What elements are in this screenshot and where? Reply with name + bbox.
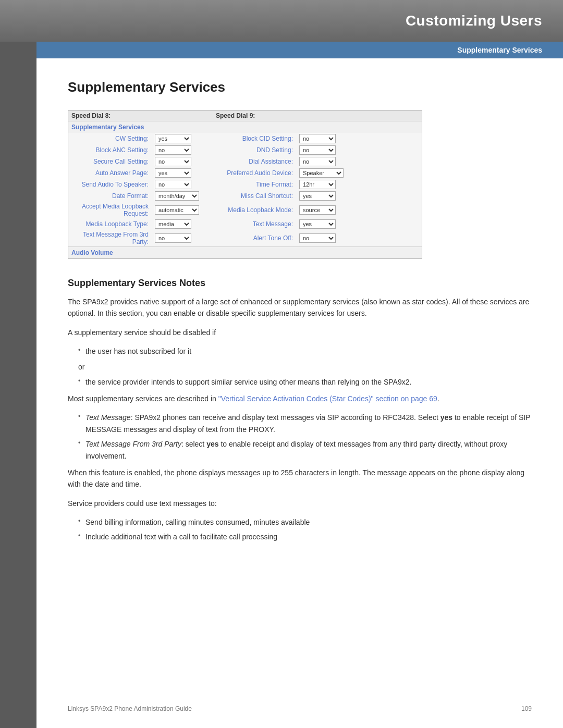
dnd-setting-select[interactable]: noyes bbox=[299, 145, 336, 155]
section-notes-title: Supplementary Services Notes bbox=[68, 278, 532, 289]
auto-answer-label: Auto Answer Page: bbox=[68, 167, 152, 179]
miss-call-label: Miss Call Shortcut: bbox=[213, 190, 296, 202]
alert-tone-select[interactable]: noyes bbox=[299, 233, 336, 243]
text-message-3rd-select[interactable]: noyes bbox=[155, 233, 191, 243]
text-message-italic: Text Message bbox=[85, 413, 131, 422]
settings-table: Speed Dial 8: Speed Dial 9: Supplementar… bbox=[68, 110, 422, 258]
notes-para3: Most supplementary services are describe… bbox=[68, 393, 532, 404]
preferred-audio-select[interactable]: SpeakerHeadset bbox=[299, 168, 344, 178]
bullet4-text: : select bbox=[181, 440, 206, 448]
notes-para4: When this feature is enabled, the phone … bbox=[68, 467, 532, 490]
cw-setting-select[interactable]: yesno bbox=[155, 134, 191, 143]
sidebar-strip bbox=[0, 0, 36, 728]
media-loopback-mode-label: Media Loopback Mode: bbox=[213, 202, 296, 218]
media-loopback-type-label: Media Loopback Type: bbox=[68, 218, 152, 230]
bullet-list-3: Text Message: SPA9x2 phones can receive … bbox=[78, 412, 532, 462]
send-audio-select[interactable]: noyes bbox=[155, 180, 191, 189]
time-format-label: Time Format: bbox=[213, 179, 296, 190]
secure-call-label: Secure Call Setting: bbox=[68, 156, 152, 167]
secure-call-select[interactable]: noyes bbox=[155, 157, 191, 166]
header-subtitle: Supplementary Services bbox=[457, 46, 542, 54]
bullet-item-6: Include additional text with a call to f… bbox=[78, 531, 532, 542]
supplementary-services-header-row: Supplementary Services bbox=[68, 121, 422, 133]
block-anc-label: Block ANC Setting: bbox=[68, 144, 152, 156]
table-row: Date Format: month/dayday/month Miss Cal… bbox=[68, 190, 422, 202]
header-subtitle-bar: Supplementary Services bbox=[0, 42, 563, 58]
accept-media-label: Accept Media Loopback Request: bbox=[68, 202, 152, 218]
auto-answer-select[interactable]: yesno bbox=[155, 168, 191, 178]
main-content: Supplementary Services Speed Dial 8: Spe… bbox=[36, 58, 563, 579]
table-row: Media Loopback Type: mediapacket Text Me… bbox=[68, 218, 422, 230]
bullet-item-4: Text Message From 3rd Party: select yes … bbox=[78, 438, 532, 462]
footer-left: Linksys SPA9x2 Phone Administration Guid… bbox=[68, 705, 192, 712]
table-row: Secure Call Setting: noyes Dial Assistan… bbox=[68, 156, 422, 167]
table-row: Block ANC Setting: noyes DND Setting: no… bbox=[68, 144, 422, 156]
notes-para1: The SPA9x2 provides native support of a … bbox=[68, 296, 532, 319]
or-text: or bbox=[78, 363, 532, 371]
preferred-audio-label: Preferred Audio Device: bbox=[213, 167, 296, 179]
audio-volume-label: Audio Volume bbox=[68, 247, 422, 259]
date-format-label: Date Format: bbox=[68, 190, 152, 202]
dnd-setting-label: DND Setting: bbox=[213, 144, 296, 156]
bullet-list-1: the user has not subscribed for it bbox=[78, 346, 532, 357]
accept-media-select[interactable]: automaticmanual bbox=[155, 205, 199, 215]
speed-dial-9-label: Speed Dial 9: bbox=[213, 110, 347, 121]
dial-assistance-label: Dial Assistance: bbox=[213, 156, 296, 167]
media-loopback-type-select[interactable]: mediapacket bbox=[155, 219, 191, 229]
bullet-item-1: the user has not subscribed for it bbox=[78, 346, 532, 357]
ui-table-container: Speed Dial 8: Speed Dial 9: Supplementar… bbox=[68, 110, 422, 259]
date-format-select[interactable]: month/dayday/month bbox=[155, 191, 199, 201]
notes-section: Supplementary Services Notes The SPA9x2 … bbox=[68, 278, 532, 543]
text-message-label: Text Message: bbox=[213, 218, 296, 230]
bullet3-bold: yes bbox=[440, 413, 452, 422]
para3-after-link: . bbox=[437, 394, 439, 403]
cw-setting-value[interactable]: yesno bbox=[152, 133, 202, 144]
media-loopback-mode-select[interactable]: sourcemirror bbox=[299, 205, 336, 215]
header: Customizing Users bbox=[0, 0, 563, 42]
miss-call-select[interactable]: yesno bbox=[299, 191, 336, 201]
notes-para2: A supplementary service should be disabl… bbox=[68, 327, 532, 338]
text-message-select[interactable]: yesno bbox=[299, 219, 336, 229]
block-anc-select[interactable]: noyes bbox=[155, 145, 191, 155]
send-audio-label: Send Audio To Speaker: bbox=[68, 179, 152, 190]
footer-right: 109 bbox=[521, 705, 532, 712]
text-message-3rd-label: Text Message From 3rd Party: bbox=[68, 230, 152, 247]
notes-para5: Service providers could use text message… bbox=[68, 498, 532, 509]
bullet3-text: : SPA9x2 phones can receive and display … bbox=[131, 413, 440, 422]
speed-dial-8-label: Speed Dial 8: bbox=[68, 110, 202, 121]
bullet-item-3: Text Message: SPA9x2 phones can receive … bbox=[78, 412, 532, 435]
bullet4-bold: yes bbox=[206, 440, 218, 448]
block-cid-value[interactable]: noyes bbox=[296, 133, 347, 144]
block-cid-label: Block CID Setting: bbox=[213, 133, 296, 144]
bullet-item-5: Send billing information, calling minute… bbox=[78, 516, 532, 528]
table-row: Accept Media Loopback Request: automatic… bbox=[68, 202, 422, 218]
table-row: Auto Answer Page: yesno Preferred Audio … bbox=[68, 167, 422, 179]
block-cid-select[interactable]: noyes bbox=[299, 134, 336, 143]
bullet-item-2: the service provider intends to support … bbox=[78, 376, 532, 388]
alert-tone-label: Alert Tone Off: bbox=[213, 230, 296, 247]
page-title: Supplementary Services bbox=[68, 79, 532, 95]
bullet-list-4: Send billing information, calling minute… bbox=[78, 516, 532, 543]
para3-before-link: Most supplementary services are describe… bbox=[68, 394, 218, 403]
audio-volume-row: Audio Volume bbox=[68, 247, 422, 259]
header-title: Customizing Users bbox=[406, 13, 542, 29]
speed-dial-row: Speed Dial 8: Speed Dial 9: bbox=[68, 110, 422, 121]
footer: Linksys SPA9x2 Phone Administration Guid… bbox=[36, 705, 563, 712]
cw-setting-label: CW Setting: bbox=[68, 133, 152, 144]
time-format-select[interactable]: 12hr24hr bbox=[299, 180, 336, 189]
star-codes-link[interactable]: "Vertical Service Activation Codes (Star… bbox=[218, 394, 437, 403]
bullet-list-2: the service provider intends to support … bbox=[78, 376, 532, 388]
table-row: Text Message From 3rd Party: noyes Alert… bbox=[68, 230, 422, 247]
text-message-3rd-italic: Text Message From 3rd Party bbox=[85, 440, 181, 448]
dial-assistance-select[interactable]: noyes bbox=[299, 157, 336, 166]
table-row: CW Setting: yesno Block CID Setting: noy… bbox=[68, 133, 422, 144]
table-row: Send Audio To Speaker: noyes Time Format… bbox=[68, 179, 422, 190]
supplementary-services-header-label: Supplementary Services bbox=[68, 121, 422, 133]
